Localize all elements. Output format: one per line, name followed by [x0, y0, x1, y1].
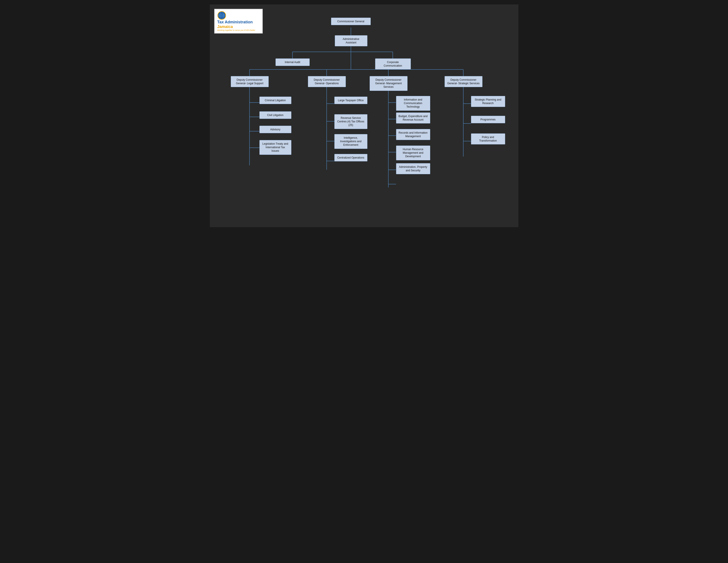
- dcg-management-node: Deputy Commissioner General- Management …: [370, 76, 408, 91]
- strategic-planning-node: Strategic Planning and Research: [471, 96, 505, 107]
- org-chart: Commissioner General Administrative Assi…: [214, 15, 514, 214]
- programmes-node: Programmes: [471, 116, 505, 123]
- commissioner-general-node: Commissioner General: [331, 18, 371, 25]
- centralized-ops-node: Centralized Operations: [334, 154, 367, 161]
- dcg-strategic-node: Deputy Commissioner General- Strategic S…: [445, 76, 482, 87]
- intelligence-node: Intelligence, Investigations and Enforce…: [334, 134, 367, 149]
- internal-audit-node: Internal Audit: [276, 58, 310, 66]
- dcg-operations-node: Deputy Commissioner General- Operations: [308, 76, 346, 87]
- ict-node: Information and Communication Technology: [396, 96, 430, 111]
- policy-node: Policy and Transformation: [471, 133, 505, 144]
- civil-litigation-node: Civil Litigation: [259, 111, 291, 119]
- advisory-node: Advisory: [259, 126, 291, 133]
- dcg-legal-node: Deputy Commissioner General- Legal Suppo…: [231, 76, 269, 87]
- criminal-litigation-node: Criminal Litigation: [259, 97, 291, 104]
- budget-node: Budget, Expenditure and Revenue Account: [396, 112, 430, 123]
- admin-assistant-node: Administrative Assistant: [335, 35, 367, 46]
- admin-property-node: Administration, Property and Security: [396, 163, 430, 174]
- large-taxpayer-node: Large Taxpayer Office: [334, 97, 367, 104]
- hr-node: Human Resource Management and Developmen…: [396, 145, 430, 160]
- page: Tax Administration Jamaica Working toget…: [210, 4, 518, 227]
- corporate-communication-node: Corporate Communication: [375, 58, 411, 69]
- records-node: Records and Information Management: [396, 129, 430, 140]
- legislation-treaty-node: Legislation Treaty and International Tax…: [259, 140, 291, 155]
- revenue-service-node: Revenue Service Centres (4) Tax Offices …: [334, 114, 367, 129]
